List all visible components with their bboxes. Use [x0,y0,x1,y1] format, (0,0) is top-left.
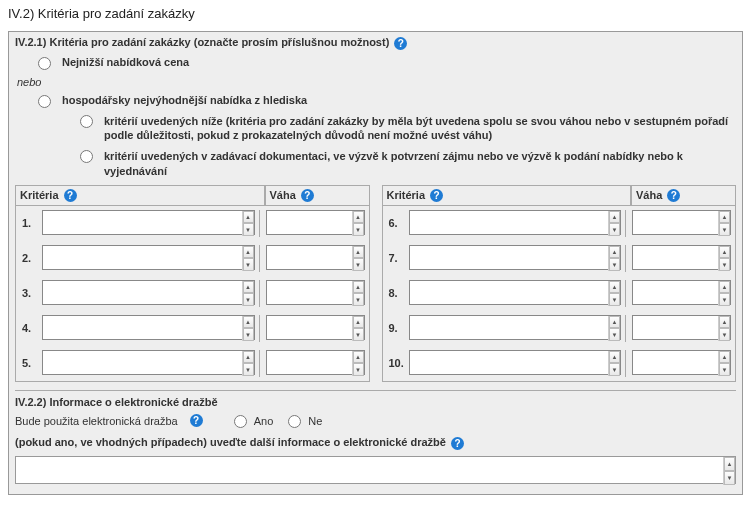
form-panel: IV.2.1) Kritéria pro zadání zakázky (ozn… [8,31,743,495]
help-icon[interactable]: ? [430,189,443,202]
kriteria-input-wrap: ▲ ▼ [42,315,255,342]
spin-up-icon[interactable]: ▲ [719,281,730,294]
kriteria-input[interactable] [42,280,255,305]
spin-up-icon[interactable]: ▲ [609,351,620,364]
vaha-input[interactable] [266,315,365,340]
kriteria-input[interactable] [42,245,255,270]
spin-down-icon[interactable]: ▼ [609,328,620,341]
criteria-col-right: Kritéria ? Váha ? 6. ▲ ▼ [382,185,737,382]
kriteria-input[interactable] [409,210,622,235]
help-icon[interactable]: ? [64,189,77,202]
spinner: ▲ ▼ [718,281,730,306]
spin-up-icon[interactable]: ▲ [243,281,254,294]
vaha-input[interactable] [632,315,731,340]
auction-info-textarea[interactable] [15,456,736,484]
spin-up-icon[interactable]: ▲ [353,281,364,294]
spin-down-icon[interactable]: ▼ [719,328,730,341]
spin-up-icon[interactable]: ▲ [724,457,735,471]
spin-down-icon[interactable]: ▼ [243,328,254,341]
spin-down-icon[interactable]: ▼ [353,363,364,376]
spin-up-icon[interactable]: ▲ [719,316,730,329]
radio-criteria-below[interactable] [80,115,93,128]
row-number: 6. [387,217,409,229]
spin-down-icon[interactable]: ▼ [724,471,735,485]
spin-up-icon[interactable]: ▲ [243,211,254,224]
help-icon[interactable]: ? [667,189,680,202]
kriteria-input[interactable] [409,315,622,340]
spin-down-icon[interactable]: ▼ [353,258,364,271]
kriteria-input[interactable] [409,245,622,270]
kriteria-input[interactable] [409,280,622,305]
spin-down-icon[interactable]: ▼ [243,363,254,376]
criteria-head: Kritéria ? Váha ? [15,185,370,206]
help-icon[interactable]: ? [451,437,464,450]
radio-econ[interactable] [38,95,51,108]
help-icon[interactable]: ? [301,189,314,202]
spinner: ▲ ▼ [718,316,730,341]
spin-up-icon[interactable]: ▲ [243,316,254,329]
auction-more-info-text: (pokud ano, ve vhodných případech) uveďt… [15,436,446,448]
vaha-input[interactable] [632,350,731,375]
spin-up-icon[interactable]: ▲ [353,351,364,364]
spinner: ▲ ▼ [242,246,254,271]
spin-down-icon[interactable]: ▼ [609,293,620,306]
spin-down-icon[interactable]: ▼ [719,223,730,236]
table-row: 2. ▲ ▼ ▲ ▼ [15,241,370,276]
vaha-input[interactable] [632,280,731,305]
spin-up-icon[interactable]: ▲ [353,211,364,224]
row-number: 10. [387,357,409,369]
vaha-input[interactable] [266,350,365,375]
spin-up-icon[interactable]: ▲ [353,246,364,259]
spin-up-icon[interactable]: ▲ [609,246,620,259]
spin-down-icon[interactable]: ▼ [609,258,620,271]
spinner: ▲ ▼ [718,211,730,236]
spin-up-icon[interactable]: ▲ [243,351,254,364]
spin-down-icon[interactable]: ▼ [353,293,364,306]
kriteria-input[interactable] [42,210,255,235]
spinner: ▲ ▼ [242,281,254,306]
help-icon[interactable]: ? [394,37,407,50]
radio-auction-no[interactable] [288,415,301,428]
spin-down-icon[interactable]: ▼ [609,363,620,376]
spin-down-icon[interactable]: ▼ [719,258,730,271]
auction-no-opt: Ne [283,414,322,428]
spin-down-icon[interactable]: ▼ [243,223,254,236]
radio-criteria-docs-label: kritérií uvedených v zadávací dokumentac… [104,149,736,179]
radio-criteria-docs[interactable] [80,150,93,163]
spin-down-icon[interactable]: ▼ [243,258,254,271]
vaha-input[interactable] [266,245,365,270]
vaha-input[interactable] [266,280,365,305]
vaha-input[interactable] [632,210,731,235]
spin-up-icon[interactable]: ▲ [719,246,730,259]
kriteria-input[interactable] [42,315,255,340]
kriteria-input[interactable] [42,350,255,375]
spin-up-icon[interactable]: ▲ [609,316,620,329]
spin-up-icon[interactable]: ▲ [719,351,730,364]
spin-down-icon[interactable]: ▼ [353,223,364,236]
kriteria-input[interactable] [409,350,622,375]
spin-up-icon[interactable]: ▲ [243,246,254,259]
radio-lowest-price[interactable] [38,57,51,70]
kriteria-input-wrap: ▲ ▼ [409,315,622,342]
iv21-header-text: IV.2.1) Kritéria pro zadání zakázky (ozn… [15,36,389,48]
spin-up-icon[interactable]: ▲ [609,281,620,294]
spin-up-icon[interactable]: ▲ [609,211,620,224]
vaha-input-wrap: ▲ ▼ [266,245,365,272]
row-number: 2. [20,252,42,264]
vaha-input-wrap: ▲ ▼ [632,210,731,237]
spin-down-icon[interactable]: ▼ [609,223,620,236]
vaha-input-wrap: ▲ ▼ [266,280,365,307]
vaha-input[interactable] [632,245,731,270]
radio-auction-yes[interactable] [234,415,247,428]
criteria-head: Kritéria ? Váha ? [382,185,737,206]
spin-up-icon[interactable]: ▲ [353,316,364,329]
spin-up-icon[interactable]: ▲ [719,211,730,224]
table-row: 1. ▲ ▼ ▲ ▼ [15,206,370,241]
spin-down-icon[interactable]: ▼ [353,328,364,341]
vaha-input[interactable] [266,210,365,235]
help-icon[interactable]: ? [190,414,203,427]
spinner: ▲ ▼ [718,351,730,376]
spin-down-icon[interactable]: ▼ [719,293,730,306]
spin-down-icon[interactable]: ▼ [243,293,254,306]
spin-down-icon[interactable]: ▼ [719,363,730,376]
